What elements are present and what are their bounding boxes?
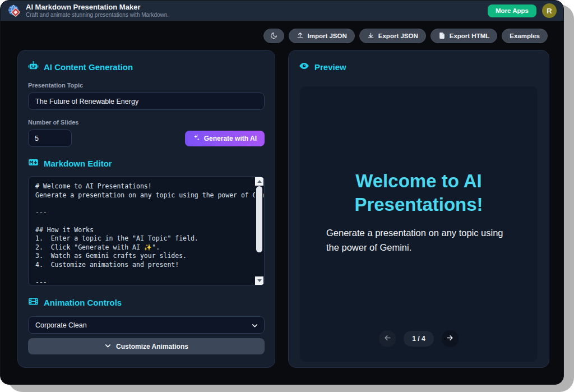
- export-html-button[interactable]: Export HTML: [430, 29, 498, 43]
- preset-select-wrap: Corporate Clean: [28, 316, 265, 334]
- content-generation-panel: AI Content Generation Presentation Topic…: [17, 50, 275, 368]
- title-block: AI Markdown Presentation Maker Craft and…: [26, 3, 488, 18]
- app-subtitle: Craft and animate stunning presentations…: [26, 12, 488, 18]
- download-icon: [367, 32, 374, 40]
- sparkles-icon: [193, 134, 200, 143]
- generate-with-ai-button[interactable]: Generate with AI: [185, 131, 265, 146]
- customize-animations-button[interactable]: Customize Animations: [28, 338, 265, 354]
- avatar[interactable]: R: [542, 3, 557, 18]
- generate-label: Generate with AI: [204, 135, 257, 142]
- markdown-textarea[interactable]: # Welcome to AI Presentations! Generate …: [29, 177, 264, 285]
- chevron-down-icon: [104, 342, 112, 351]
- customize-label: Customize Animations: [116, 343, 188, 351]
- scrollbar-thumb[interactable]: [256, 186, 262, 252]
- film-icon: [28, 296, 39, 308]
- slide-preview: Welcome to AI Presentations! Generate a …: [300, 86, 538, 362]
- examples-button[interactable]: Examples: [502, 29, 548, 43]
- import-json-label: Import JSON: [308, 33, 347, 39]
- toolbar: Import JSON Export JSON Export HTML Exam…: [263, 29, 548, 43]
- scrollbar-down-button[interactable]: [255, 276, 263, 285]
- editor-heading: Markdown Editor: [28, 157, 265, 169]
- app-logo-icon: [7, 4, 21, 17]
- triangle-up-icon: [257, 180, 262, 183]
- scrollbar-up-button[interactable]: [255, 177, 263, 186]
- slide-title: Welcome to AI Presentations!: [317, 169, 521, 216]
- preview-heading: Preview: [299, 61, 539, 73]
- more-apps-button[interactable]: More Apps: [488, 4, 536, 17]
- markdown-icon: [28, 157, 39, 169]
- animation-heading-label: Animation Controls: [44, 298, 122, 307]
- generation-heading-label: AI Content Generation: [44, 62, 133, 72]
- theme-toggle-button[interactable]: [263, 29, 284, 43]
- export-json-label: Export JSON: [378, 33, 418, 39]
- app-header: AI Markdown Presentation Maker Craft and…: [1, 1, 563, 21]
- eye-icon: [299, 61, 309, 73]
- slides-row: Generate with AI: [28, 130, 265, 147]
- editor-scrollbar[interactable]: [255, 177, 263, 285]
- slides-label: Number of Slides: [28, 119, 265, 126]
- preview-panel: Preview Welcome to AI Presentations! Gen…: [288, 50, 549, 368]
- export-html-label: Export HTML: [450, 33, 490, 39]
- arrow-right-icon: [446, 334, 454, 344]
- slide-body-text: Generate a presentation on any topic usi…: [326, 225, 511, 255]
- import-json-button[interactable]: Import JSON: [289, 29, 355, 43]
- previous-slide-button[interactable]: [379, 330, 396, 347]
- robot-icon: [28, 61, 39, 73]
- page-indicator: 1 / 4: [404, 331, 433, 347]
- export-json-button[interactable]: Export JSON: [359, 29, 426, 43]
- animation-heading: Animation Controls: [28, 296, 265, 308]
- editor-heading-label: Markdown Editor: [44, 159, 112, 168]
- animation-preset-select[interactable]: Corporate Clean: [28, 316, 265, 334]
- app-title: AI Markdown Presentation Maker: [26, 3, 488, 11]
- screenshot-stage: AI Markdown Presentation Maker Craft and…: [0, 0, 574, 392]
- app-window: AI Markdown Presentation Maker Craft and…: [0, 0, 564, 385]
- generation-heading: AI Content Generation: [28, 61, 265, 73]
- examples-label: Examples: [510, 33, 540, 39]
- moon-icon: [270, 32, 277, 40]
- upload-icon: [297, 32, 304, 40]
- next-slide-button[interactable]: [442, 330, 459, 347]
- file-icon: [438, 32, 446, 40]
- preview-heading-label: Preview: [314, 62, 346, 72]
- slides-count-input[interactable]: [28, 130, 72, 147]
- markdown-editor: # Welcome to AI Presentations! Generate …: [28, 176, 265, 286]
- slide-pager: 1 / 4: [300, 330, 538, 347]
- topic-input[interactable]: [28, 93, 265, 110]
- triangle-down-icon: [257, 279, 262, 282]
- topic-label: Presentation Topic: [28, 82, 265, 89]
- arrow-left-icon: [383, 334, 392, 344]
